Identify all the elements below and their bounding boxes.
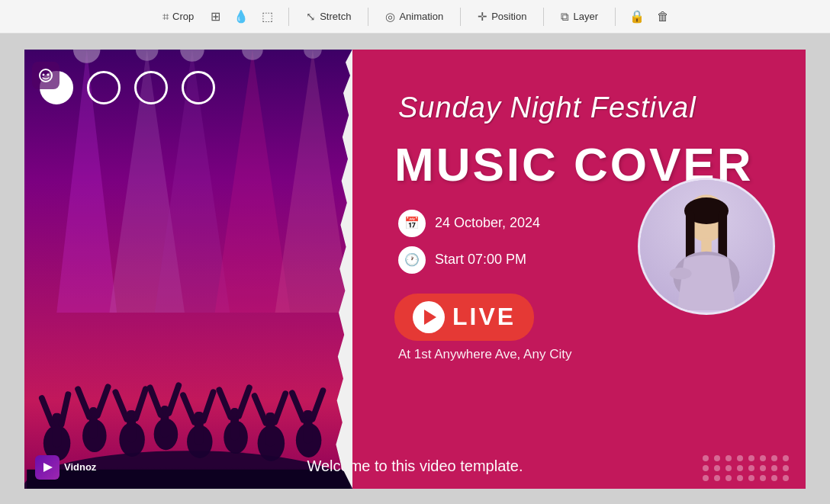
dot-17 [703,475,709,481]
dot-pattern [703,455,790,481]
left-panel: Vidnoz [24,50,352,489]
crop-button[interactable]: ⌗ Crop [155,6,201,27]
dot-6 [760,455,766,461]
position-icon: ✛ [478,10,487,24]
dot-20 [737,475,743,481]
dot-16 [783,465,789,471]
play-triangle [424,310,436,325]
canvas-area: Vidnoz Sunday Night Festival MUSIC COVER… [0,34,830,504]
live-text: LIVE [452,303,516,331]
svg-line-30 [204,392,214,420]
dot-10 [714,465,720,471]
crop-icon: ⌗ [162,10,169,24]
toolbar-lock-delete-group: 🔒 🗑 [625,5,675,29]
svg-line-33 [219,390,230,416]
droplet-icon-button[interactable]: 💧 [229,5,253,29]
crowd-silhouette-svg [24,203,352,488]
dot-19 [725,475,732,481]
layer-label: Layer [573,11,598,22]
dot-18 [714,475,720,481]
circle-3 [134,71,168,104]
lock-icon: 🔒 [629,9,645,24]
artist-silhouette [640,180,773,313]
calendar-icon-circle: 📅 [398,210,426,237]
svg-line-22 [136,389,146,418]
svg-marker-47 [43,463,53,472]
dot-23 [771,475,777,481]
svg-point-7 [180,50,204,62]
dot-11 [725,465,732,471]
svg-line-42 [313,390,323,419]
toolbar-crop-group: ⌗ Crop ⊞ 💧 ⬚ [155,5,279,29]
droplet-icon: 💧 [233,9,249,24]
svg-line-41 [292,393,304,419]
toolbar-divider-1 [288,8,289,26]
toolbar-divider-3 [460,8,461,26]
svg-line-38 [275,393,285,422]
toolbar-layer-group: ⧉ Layer [553,6,606,27]
svg-point-5 [73,50,101,63]
face-icon-button[interactable] [32,62,60,89]
bottom-text: Welcome to this video template. [307,457,523,475]
svg-point-8 [242,50,263,60]
dot-13 [748,465,754,471]
animation-button[interactable]: ◎ Animation [378,6,451,27]
right-panel: Sunday Night Festival MUSIC COVER 📅 24 O… [352,50,806,489]
svg-point-45 [43,73,45,75]
svg-line-18 [98,387,108,415]
stretch-button[interactable]: ⤡ Stretch [298,6,359,27]
svg-line-25 [150,387,161,414]
toolbar-divider-2 [368,8,368,26]
crop-label: Crop [172,11,194,22]
dot-2 [714,455,720,461]
dot-9 [703,465,709,471]
face-recognition-icon [37,67,54,84]
toolbar-position-group: ✛ Position [470,6,534,27]
grid-icon-button[interactable]: ⊞ [203,5,227,29]
svg-point-9 [304,50,322,59]
position-label: Position [491,11,526,22]
circles-row [40,71,215,104]
vidnoz-icon [35,455,60,480]
svg-point-6 [136,50,159,61]
layer-button[interactable]: ⧉ Layer [553,6,606,27]
circle-2 [87,71,121,104]
time-row: 🕐 Start 07:00 PM [398,246,526,274]
clock-icon-circle: 🕐 [398,246,426,274]
lock-button[interactable]: 🔒 [625,5,649,29]
live-badge: LIVE [394,294,534,341]
toolbar-stretch-group: ⤡ Stretch [298,6,359,27]
svg-line-21 [115,392,127,419]
dot-24 [783,475,789,481]
stretch-label: Stretch [320,11,351,22]
dot-5 [748,455,754,461]
position-button[interactable]: ✛ Position [470,6,534,27]
toolbar: ⌗ Crop ⊞ 💧 ⬚ ⤡ Stretch ◎ Animation ✛ Pos… [0,0,830,34]
dot-21 [748,475,754,481]
dot-1 [703,455,709,461]
svg-line-37 [255,396,266,422]
circle-4 [182,71,215,104]
dot-15 [771,465,777,471]
festival-title: Sunday Night Festival [398,91,696,124]
date-text: 24 October, 2024 [435,215,540,231]
filter-icon-button[interactable]: ⬚ [255,5,279,29]
vidnoz-logo-icon [40,460,55,475]
vidnoz-logo: Vidnoz [35,455,96,480]
svg-point-44 [40,69,52,82]
svg-line-13 [42,398,53,424]
delete-button[interactable]: 🗑 [651,5,675,29]
grid-icon: ⊞ [211,9,220,24]
toolbar-divider-4 [543,8,544,26]
date-row: 📅 24 October, 2024 [398,210,540,237]
clock-icon: 🕐 [404,252,420,267]
trash-icon: 🗑 [657,10,669,24]
layer-icon: ⧉ [561,10,569,24]
dot-7 [771,455,777,461]
dot-3 [725,455,732,461]
filter-icon: ⬚ [262,9,273,24]
animation-label: Animation [399,11,443,22]
dot-8 [783,455,789,461]
toolbar-divider-5 [615,8,616,26]
svg-line-34 [239,387,249,416]
